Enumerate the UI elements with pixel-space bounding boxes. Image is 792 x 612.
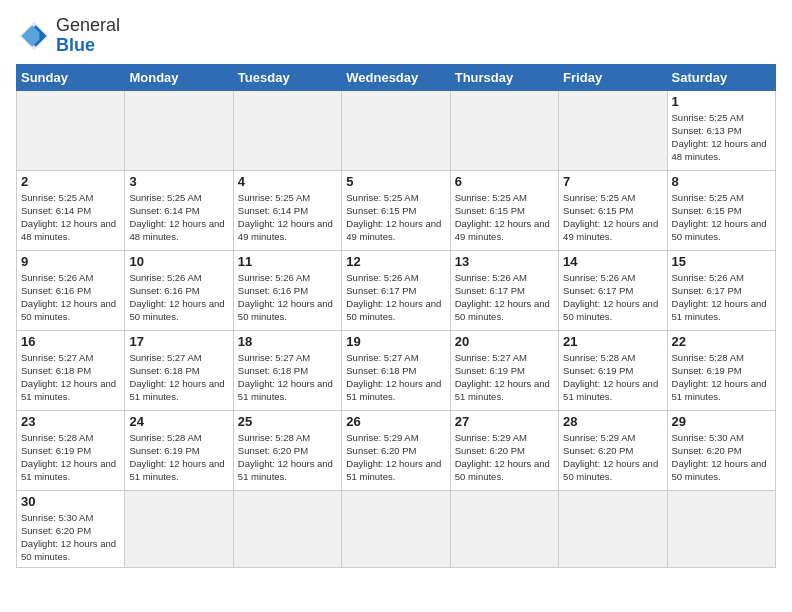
day-info: Sunrise: 5:28 AM Sunset: 6:19 PM Dayligh… xyxy=(129,431,228,484)
day-info: Sunrise: 5:27 AM Sunset: 6:18 PM Dayligh… xyxy=(129,351,228,404)
calendar-cell xyxy=(559,90,667,170)
day-info: Sunrise: 5:27 AM Sunset: 6:18 PM Dayligh… xyxy=(238,351,337,404)
day-number: 17 xyxy=(129,334,228,349)
calendar-cell: 9Sunrise: 5:26 AM Sunset: 6:16 PM Daylig… xyxy=(17,250,125,330)
calendar-row: 23Sunrise: 5:28 AM Sunset: 6:19 PM Dayli… xyxy=(17,410,776,490)
weekday-header-saturday: Saturday xyxy=(667,64,775,90)
calendar-cell: 23Sunrise: 5:28 AM Sunset: 6:19 PM Dayli… xyxy=(17,410,125,490)
day-info: Sunrise: 5:28 AM Sunset: 6:20 PM Dayligh… xyxy=(238,431,337,484)
calendar-cell xyxy=(450,90,558,170)
calendar-cell: 26Sunrise: 5:29 AM Sunset: 6:20 PM Dayli… xyxy=(342,410,450,490)
calendar-cell: 21Sunrise: 5:28 AM Sunset: 6:19 PM Dayli… xyxy=(559,330,667,410)
calendar-cell: 5Sunrise: 5:25 AM Sunset: 6:15 PM Daylig… xyxy=(342,170,450,250)
day-number: 11 xyxy=(238,254,337,269)
calendar-cell xyxy=(667,490,775,567)
day-number: 15 xyxy=(672,254,771,269)
calendar-cell: 11Sunrise: 5:26 AM Sunset: 6:16 PM Dayli… xyxy=(233,250,341,330)
day-info: Sunrise: 5:26 AM Sunset: 6:16 PM Dayligh… xyxy=(238,271,337,324)
calendar-cell: 8Sunrise: 5:25 AM Sunset: 6:15 PM Daylig… xyxy=(667,170,775,250)
calendar-cell xyxy=(559,490,667,567)
weekday-header-tuesday: Tuesday xyxy=(233,64,341,90)
calendar-cell: 27Sunrise: 5:29 AM Sunset: 6:20 PM Dayli… xyxy=(450,410,558,490)
calendar-cell: 18Sunrise: 5:27 AM Sunset: 6:18 PM Dayli… xyxy=(233,330,341,410)
day-info: Sunrise: 5:28 AM Sunset: 6:19 PM Dayligh… xyxy=(21,431,120,484)
day-number: 5 xyxy=(346,174,445,189)
day-info: Sunrise: 5:26 AM Sunset: 6:16 PM Dayligh… xyxy=(21,271,120,324)
day-number: 24 xyxy=(129,414,228,429)
day-info: Sunrise: 5:29 AM Sunset: 6:20 PM Dayligh… xyxy=(455,431,554,484)
day-info: Sunrise: 5:26 AM Sunset: 6:17 PM Dayligh… xyxy=(346,271,445,324)
calendar-cell xyxy=(450,490,558,567)
weekday-header-wednesday: Wednesday xyxy=(342,64,450,90)
calendar-cell: 19Sunrise: 5:27 AM Sunset: 6:18 PM Dayli… xyxy=(342,330,450,410)
day-info: Sunrise: 5:25 AM Sunset: 6:15 PM Dayligh… xyxy=(672,191,771,244)
calendar-cell: 30Sunrise: 5:30 AM Sunset: 6:20 PM Dayli… xyxy=(17,490,125,567)
page-header: General Blue xyxy=(16,16,776,56)
calendar-cell: 15Sunrise: 5:26 AM Sunset: 6:17 PM Dayli… xyxy=(667,250,775,330)
day-number: 9 xyxy=(21,254,120,269)
calendar-cell: 20Sunrise: 5:27 AM Sunset: 6:19 PM Dayli… xyxy=(450,330,558,410)
day-info: Sunrise: 5:25 AM Sunset: 6:15 PM Dayligh… xyxy=(455,191,554,244)
calendar-table: SundayMondayTuesdayWednesdayThursdayFrid… xyxy=(16,64,776,568)
calendar-cell xyxy=(17,90,125,170)
calendar-cell: 1Sunrise: 5:25 AM Sunset: 6:13 PM Daylig… xyxy=(667,90,775,170)
day-info: Sunrise: 5:29 AM Sunset: 6:20 PM Dayligh… xyxy=(346,431,445,484)
day-number: 6 xyxy=(455,174,554,189)
calendar-cell: 14Sunrise: 5:26 AM Sunset: 6:17 PM Dayli… xyxy=(559,250,667,330)
day-info: Sunrise: 5:25 AM Sunset: 6:14 PM Dayligh… xyxy=(129,191,228,244)
day-number: 14 xyxy=(563,254,662,269)
day-info: Sunrise: 5:30 AM Sunset: 6:20 PM Dayligh… xyxy=(672,431,771,484)
day-info: Sunrise: 5:25 AM Sunset: 6:14 PM Dayligh… xyxy=(238,191,337,244)
day-info: Sunrise: 5:26 AM Sunset: 6:17 PM Dayligh… xyxy=(563,271,662,324)
calendar-row: 9Sunrise: 5:26 AM Sunset: 6:16 PM Daylig… xyxy=(17,250,776,330)
calendar-cell: 4Sunrise: 5:25 AM Sunset: 6:14 PM Daylig… xyxy=(233,170,341,250)
calendar-cell xyxy=(233,490,341,567)
day-info: Sunrise: 5:25 AM Sunset: 6:15 PM Dayligh… xyxy=(346,191,445,244)
day-number: 28 xyxy=(563,414,662,429)
logo: General Blue xyxy=(16,16,120,56)
day-number: 29 xyxy=(672,414,771,429)
day-number: 23 xyxy=(21,414,120,429)
calendar-cell: 24Sunrise: 5:28 AM Sunset: 6:19 PM Dayli… xyxy=(125,410,233,490)
day-info: Sunrise: 5:28 AM Sunset: 6:19 PM Dayligh… xyxy=(672,351,771,404)
day-info: Sunrise: 5:25 AM Sunset: 6:14 PM Dayligh… xyxy=(21,191,120,244)
day-info: Sunrise: 5:26 AM Sunset: 6:16 PM Dayligh… xyxy=(129,271,228,324)
day-info: Sunrise: 5:26 AM Sunset: 6:17 PM Dayligh… xyxy=(455,271,554,324)
calendar-cell: 12Sunrise: 5:26 AM Sunset: 6:17 PM Dayli… xyxy=(342,250,450,330)
day-number: 22 xyxy=(672,334,771,349)
logo-text: General Blue xyxy=(56,16,120,56)
calendar-cell: 29Sunrise: 5:30 AM Sunset: 6:20 PM Dayli… xyxy=(667,410,775,490)
calendar-cell: 10Sunrise: 5:26 AM Sunset: 6:16 PM Dayli… xyxy=(125,250,233,330)
calendar-cell: 7Sunrise: 5:25 AM Sunset: 6:15 PM Daylig… xyxy=(559,170,667,250)
day-number: 30 xyxy=(21,494,120,509)
day-info: Sunrise: 5:28 AM Sunset: 6:19 PM Dayligh… xyxy=(563,351,662,404)
weekday-header-friday: Friday xyxy=(559,64,667,90)
calendar-row: 2Sunrise: 5:25 AM Sunset: 6:14 PM Daylig… xyxy=(17,170,776,250)
day-info: Sunrise: 5:30 AM Sunset: 6:20 PM Dayligh… xyxy=(21,511,120,564)
day-info: Sunrise: 5:29 AM Sunset: 6:20 PM Dayligh… xyxy=(563,431,662,484)
calendar-cell xyxy=(233,90,341,170)
day-number: 4 xyxy=(238,174,337,189)
day-number: 20 xyxy=(455,334,554,349)
day-number: 7 xyxy=(563,174,662,189)
day-number: 3 xyxy=(129,174,228,189)
calendar-cell: 16Sunrise: 5:27 AM Sunset: 6:18 PM Dayli… xyxy=(17,330,125,410)
calendar-cell: 3Sunrise: 5:25 AM Sunset: 6:14 PM Daylig… xyxy=(125,170,233,250)
weekday-header-monday: Monday xyxy=(125,64,233,90)
day-number: 21 xyxy=(563,334,662,349)
day-number: 27 xyxy=(455,414,554,429)
day-info: Sunrise: 5:25 AM Sunset: 6:13 PM Dayligh… xyxy=(672,111,771,164)
day-number: 10 xyxy=(129,254,228,269)
day-number: 18 xyxy=(238,334,337,349)
day-info: Sunrise: 5:26 AM Sunset: 6:17 PM Dayligh… xyxy=(672,271,771,324)
day-number: 2 xyxy=(21,174,120,189)
calendar-cell: 13Sunrise: 5:26 AM Sunset: 6:17 PM Dayli… xyxy=(450,250,558,330)
calendar-row: 16Sunrise: 5:27 AM Sunset: 6:18 PM Dayli… xyxy=(17,330,776,410)
weekday-header-sunday: Sunday xyxy=(17,64,125,90)
day-info: Sunrise: 5:27 AM Sunset: 6:18 PM Dayligh… xyxy=(21,351,120,404)
calendar-cell: 6Sunrise: 5:25 AM Sunset: 6:15 PM Daylig… xyxy=(450,170,558,250)
day-info: Sunrise: 5:27 AM Sunset: 6:18 PM Dayligh… xyxy=(346,351,445,404)
calendar-cell xyxy=(342,90,450,170)
day-number: 19 xyxy=(346,334,445,349)
calendar-body: 1Sunrise: 5:25 AM Sunset: 6:13 PM Daylig… xyxy=(17,90,776,567)
